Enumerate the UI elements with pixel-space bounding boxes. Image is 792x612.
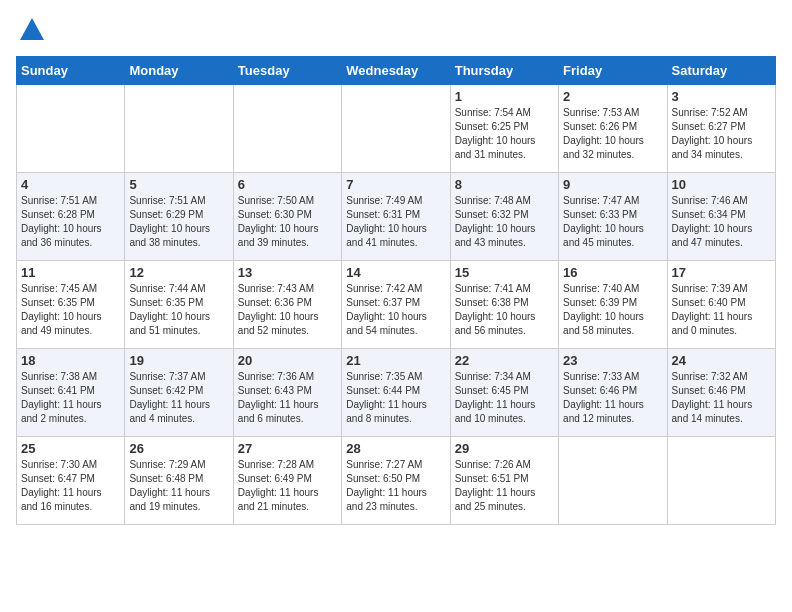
calendar-week-row: 11Sunrise: 7:45 AMSunset: 6:35 PMDayligh… <box>17 261 776 349</box>
calendar-cell <box>125 85 233 173</box>
day-info: Sunrise: 7:44 AMSunset: 6:35 PMDaylight:… <box>129 282 228 338</box>
weekday-header-monday: Monday <box>125 57 233 85</box>
calendar-cell: 7Sunrise: 7:49 AMSunset: 6:31 PMDaylight… <box>342 173 450 261</box>
day-info: Sunrise: 7:29 AMSunset: 6:48 PMDaylight:… <box>129 458 228 514</box>
day-info: Sunrise: 7:53 AMSunset: 6:26 PMDaylight:… <box>563 106 662 162</box>
calendar-cell: 10Sunrise: 7:46 AMSunset: 6:34 PMDayligh… <box>667 173 775 261</box>
day-info: Sunrise: 7:32 AMSunset: 6:46 PMDaylight:… <box>672 370 771 426</box>
calendar-week-row: 25Sunrise: 7:30 AMSunset: 6:47 PMDayligh… <box>17 437 776 525</box>
day-info: Sunrise: 7:52 AMSunset: 6:27 PMDaylight:… <box>672 106 771 162</box>
day-number: 23 <box>563 353 662 368</box>
weekday-header-sunday: Sunday <box>17 57 125 85</box>
day-info: Sunrise: 7:51 AMSunset: 6:28 PMDaylight:… <box>21 194 120 250</box>
day-number: 10 <box>672 177 771 192</box>
calendar-cell: 16Sunrise: 7:40 AMSunset: 6:39 PMDayligh… <box>559 261 667 349</box>
day-info: Sunrise: 7:26 AMSunset: 6:51 PMDaylight:… <box>455 458 554 514</box>
calendar-cell: 8Sunrise: 7:48 AMSunset: 6:32 PMDaylight… <box>450 173 558 261</box>
calendar-cell: 14Sunrise: 7:42 AMSunset: 6:37 PMDayligh… <box>342 261 450 349</box>
day-number: 29 <box>455 441 554 456</box>
calendar-cell: 17Sunrise: 7:39 AMSunset: 6:40 PMDayligh… <box>667 261 775 349</box>
day-info: Sunrise: 7:30 AMSunset: 6:47 PMDaylight:… <box>21 458 120 514</box>
day-number: 13 <box>238 265 337 280</box>
day-info: Sunrise: 7:27 AMSunset: 6:50 PMDaylight:… <box>346 458 445 514</box>
day-info: Sunrise: 7:37 AMSunset: 6:42 PMDaylight:… <box>129 370 228 426</box>
calendar-cell: 1Sunrise: 7:54 AMSunset: 6:25 PMDaylight… <box>450 85 558 173</box>
day-info: Sunrise: 7:45 AMSunset: 6:35 PMDaylight:… <box>21 282 120 338</box>
day-number: 15 <box>455 265 554 280</box>
day-info: Sunrise: 7:39 AMSunset: 6:40 PMDaylight:… <box>672 282 771 338</box>
calendar-cell: 23Sunrise: 7:33 AMSunset: 6:46 PMDayligh… <box>559 349 667 437</box>
weekday-header-row: SundayMondayTuesdayWednesdayThursdayFrid… <box>17 57 776 85</box>
calendar-week-row: 18Sunrise: 7:38 AMSunset: 6:41 PMDayligh… <box>17 349 776 437</box>
calendar-cell: 28Sunrise: 7:27 AMSunset: 6:50 PMDayligh… <box>342 437 450 525</box>
day-info: Sunrise: 7:49 AMSunset: 6:31 PMDaylight:… <box>346 194 445 250</box>
day-info: Sunrise: 7:43 AMSunset: 6:36 PMDaylight:… <box>238 282 337 338</box>
day-info: Sunrise: 7:51 AMSunset: 6:29 PMDaylight:… <box>129 194 228 250</box>
day-info: Sunrise: 7:46 AMSunset: 6:34 PMDaylight:… <box>672 194 771 250</box>
calendar-cell: 18Sunrise: 7:38 AMSunset: 6:41 PMDayligh… <box>17 349 125 437</box>
calendar-cell: 13Sunrise: 7:43 AMSunset: 6:36 PMDayligh… <box>233 261 341 349</box>
calendar-cell <box>667 437 775 525</box>
calendar-cell: 27Sunrise: 7:28 AMSunset: 6:49 PMDayligh… <box>233 437 341 525</box>
calendar-cell: 15Sunrise: 7:41 AMSunset: 6:38 PMDayligh… <box>450 261 558 349</box>
day-number: 4 <box>21 177 120 192</box>
day-number: 20 <box>238 353 337 368</box>
day-info: Sunrise: 7:42 AMSunset: 6:37 PMDaylight:… <box>346 282 445 338</box>
day-number: 21 <box>346 353 445 368</box>
day-number: 1 <box>455 89 554 104</box>
weekday-header-tuesday: Tuesday <box>233 57 341 85</box>
calendar-cell: 4Sunrise: 7:51 AMSunset: 6:28 PMDaylight… <box>17 173 125 261</box>
day-number: 26 <box>129 441 228 456</box>
calendar-cell: 29Sunrise: 7:26 AMSunset: 6:51 PMDayligh… <box>450 437 558 525</box>
calendar-week-row: 4Sunrise: 7:51 AMSunset: 6:28 PMDaylight… <box>17 173 776 261</box>
calendar-cell: 25Sunrise: 7:30 AMSunset: 6:47 PMDayligh… <box>17 437 125 525</box>
calendar-cell: 2Sunrise: 7:53 AMSunset: 6:26 PMDaylight… <box>559 85 667 173</box>
day-number: 2 <box>563 89 662 104</box>
day-info: Sunrise: 7:47 AMSunset: 6:33 PMDaylight:… <box>563 194 662 250</box>
day-info: Sunrise: 7:41 AMSunset: 6:38 PMDaylight:… <box>455 282 554 338</box>
calendar-cell <box>559 437 667 525</box>
day-number: 28 <box>346 441 445 456</box>
calendar-cell: 9Sunrise: 7:47 AMSunset: 6:33 PMDaylight… <box>559 173 667 261</box>
calendar-cell: 19Sunrise: 7:37 AMSunset: 6:42 PMDayligh… <box>125 349 233 437</box>
calendar-cell <box>233 85 341 173</box>
day-number: 14 <box>346 265 445 280</box>
day-number: 12 <box>129 265 228 280</box>
svg-marker-0 <box>20 18 44 40</box>
day-number: 5 <box>129 177 228 192</box>
calendar-cell: 22Sunrise: 7:34 AMSunset: 6:45 PMDayligh… <box>450 349 558 437</box>
calendar-cell: 12Sunrise: 7:44 AMSunset: 6:35 PMDayligh… <box>125 261 233 349</box>
calendar-cell: 20Sunrise: 7:36 AMSunset: 6:43 PMDayligh… <box>233 349 341 437</box>
calendar-cell: 5Sunrise: 7:51 AMSunset: 6:29 PMDaylight… <box>125 173 233 261</box>
day-number: 6 <box>238 177 337 192</box>
day-info: Sunrise: 7:28 AMSunset: 6:49 PMDaylight:… <box>238 458 337 514</box>
calendar-cell: 24Sunrise: 7:32 AMSunset: 6:46 PMDayligh… <box>667 349 775 437</box>
day-number: 8 <box>455 177 554 192</box>
day-info: Sunrise: 7:35 AMSunset: 6:44 PMDaylight:… <box>346 370 445 426</box>
day-number: 3 <box>672 89 771 104</box>
logo-icon <box>18 16 46 44</box>
page-header <box>16 16 776 44</box>
day-number: 16 <box>563 265 662 280</box>
day-info: Sunrise: 7:33 AMSunset: 6:46 PMDaylight:… <box>563 370 662 426</box>
day-info: Sunrise: 7:54 AMSunset: 6:25 PMDaylight:… <box>455 106 554 162</box>
day-number: 24 <box>672 353 771 368</box>
calendar-cell: 11Sunrise: 7:45 AMSunset: 6:35 PMDayligh… <box>17 261 125 349</box>
day-info: Sunrise: 7:48 AMSunset: 6:32 PMDaylight:… <box>455 194 554 250</box>
day-info: Sunrise: 7:38 AMSunset: 6:41 PMDaylight:… <box>21 370 120 426</box>
calendar-cell <box>342 85 450 173</box>
day-info: Sunrise: 7:50 AMSunset: 6:30 PMDaylight:… <box>238 194 337 250</box>
day-info: Sunrise: 7:40 AMSunset: 6:39 PMDaylight:… <box>563 282 662 338</box>
calendar-table: SundayMondayTuesdayWednesdayThursdayFrid… <box>16 56 776 525</box>
day-info: Sunrise: 7:34 AMSunset: 6:45 PMDaylight:… <box>455 370 554 426</box>
day-number: 25 <box>21 441 120 456</box>
weekday-header-thursday: Thursday <box>450 57 558 85</box>
calendar-cell: 3Sunrise: 7:52 AMSunset: 6:27 PMDaylight… <box>667 85 775 173</box>
day-number: 7 <box>346 177 445 192</box>
logo <box>16 16 46 44</box>
day-number: 11 <box>21 265 120 280</box>
weekday-header-wednesday: Wednesday <box>342 57 450 85</box>
calendar-cell: 26Sunrise: 7:29 AMSunset: 6:48 PMDayligh… <box>125 437 233 525</box>
day-number: 9 <box>563 177 662 192</box>
calendar-cell: 21Sunrise: 7:35 AMSunset: 6:44 PMDayligh… <box>342 349 450 437</box>
